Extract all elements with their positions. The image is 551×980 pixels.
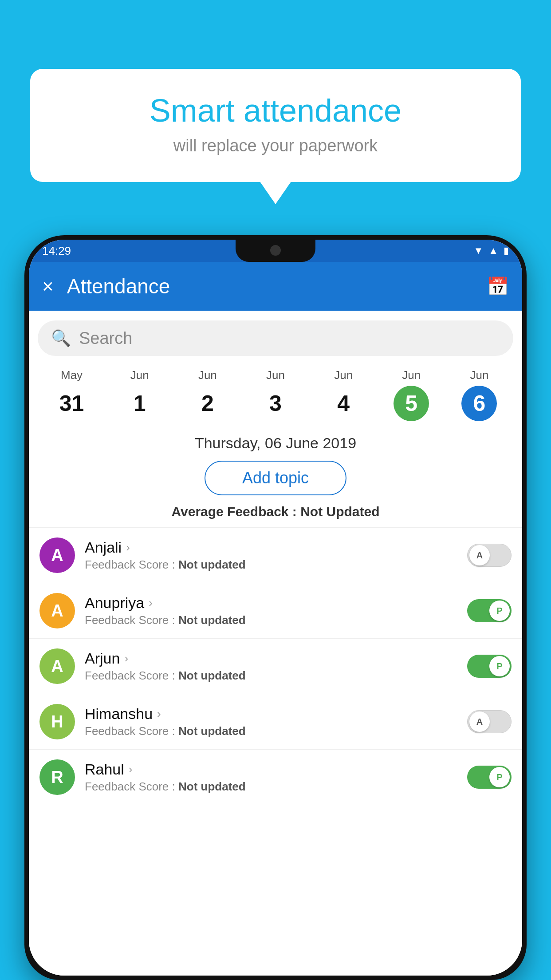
search-icon: 🔍 — [51, 329, 71, 348]
date-month: Jun — [106, 368, 173, 382]
add-topic-button[interactable]: Add topic — [205, 461, 346, 495]
status-icons: ▼ ▲ ▮ — [473, 245, 509, 257]
toggle-knob: A — [469, 545, 490, 565]
student-feedback: Feedback Score : Not updated — [85, 724, 467, 738]
chevron-icon: › — [157, 707, 161, 721]
status-time: 14:29 — [42, 244, 71, 258]
app-bar: × Attendance 📅 — [29, 262, 522, 311]
signal-icon: ▲ — [488, 245, 498, 257]
avatar: H — [39, 704, 75, 739]
date-month: Jun — [310, 368, 378, 382]
toggle-knob: P — [489, 656, 510, 676]
avatar: A — [39, 648, 75, 684]
bubble-subtitle: will replace your paperwork — [57, 136, 494, 155]
list-item[interactable]: AAnjali ›Feedback Score : Not updatedA — [29, 527, 522, 583]
student-info: Anjali ›Feedback Score : Not updated — [85, 539, 467, 572]
date-col[interactable]: Jun5 — [378, 368, 445, 421]
bubble-title: Smart attendance — [57, 93, 494, 128]
average-feedback: Average Feedback : Not Updated — [29, 504, 522, 519]
phone-mockup: 14:29 ▼ ▲ ▮ × Attendance 📅 🔍 Search — [24, 235, 527, 980]
dates-row: May31Jun1Jun2Jun3Jun4Jun5Jun6 — [29, 356, 522, 421]
date-number[interactable]: 6 — [461, 386, 497, 421]
date-col[interactable]: Jun2 — [173, 368, 241, 421]
student-info: Anupriya ›Feedback Score : Not updated — [85, 594, 467, 627]
attendance-toggle[interactable]: P — [467, 655, 512, 678]
student-feedback: Feedback Score : Not updated — [85, 780, 467, 794]
student-name: Himanshu › — [85, 705, 467, 723]
toggle-knob: A — [469, 711, 490, 732]
date-number[interactable]: 4 — [326, 386, 361, 421]
date-number[interactable]: 5 — [394, 386, 429, 421]
date-number[interactable]: 2 — [190, 386, 225, 421]
date-col[interactable]: Jun4 — [310, 368, 378, 421]
toggle-knob: P — [489, 767, 510, 787]
list-item[interactable]: AAnupriya ›Feedback Score : Not updatedP — [29, 583, 522, 638]
avatar: R — [39, 759, 75, 795]
app-bar-title: Attendance — [67, 274, 487, 298]
selected-date: Thursday, 06 June 2019 — [29, 435, 522, 452]
avatar: A — [39, 593, 75, 628]
date-number[interactable]: 1 — [122, 386, 157, 421]
chevron-icon: › — [124, 652, 128, 665]
student-name: Arjun › — [85, 650, 467, 667]
list-item[interactable]: HHimanshu ›Feedback Score : Not updatedA — [29, 694, 522, 749]
student-feedback: Feedback Score : Not updated — [85, 669, 467, 683]
date-col[interactable]: Jun3 — [241, 368, 309, 421]
chevron-icon: › — [149, 596, 153, 610]
date-month: Jun — [241, 368, 309, 382]
speech-bubble: Smart attendance will replace your paper… — [30, 69, 521, 182]
student-info: Rahul ›Feedback Score : Not updated — [85, 761, 467, 794]
chevron-icon: › — [126, 541, 130, 554]
date-number[interactable]: 3 — [258, 386, 293, 421]
date-col[interactable]: May31 — [38, 368, 106, 421]
date-number[interactable]: 31 — [54, 386, 90, 421]
date-month: Jun — [445, 368, 513, 382]
search-placeholder: Search — [79, 329, 132, 348]
attendance-toggle[interactable]: A — [467, 544, 512, 567]
list-item[interactable]: RRahul ›Feedback Score : Not updatedP — [29, 749, 522, 805]
student-info: Arjun ›Feedback Score : Not updated — [85, 650, 467, 683]
close-button[interactable]: × — [42, 277, 54, 296]
date-month: May — [38, 368, 106, 382]
student-name: Rahul › — [85, 761, 467, 778]
calendar-icon[interactable]: 📅 — [487, 276, 509, 297]
attendance-toggle[interactable]: P — [467, 766, 512, 789]
avg-feedback-label: Average Feedback : — [171, 504, 300, 519]
chevron-icon: › — [129, 763, 133, 776]
phone-notch — [236, 240, 315, 262]
student-feedback: Feedback Score : Not updated — [85, 613, 467, 627]
avatar: A — [39, 537, 75, 573]
avg-feedback-value: Not Updated — [300, 504, 379, 519]
date-month: Jun — [173, 368, 241, 382]
attendance-toggle[interactable]: P — [467, 599, 512, 622]
date-col[interactable]: Jun6 — [445, 368, 513, 421]
date-month: Jun — [378, 368, 445, 382]
search-bar[interactable]: 🔍 Search — [38, 320, 513, 356]
attendance-toggle[interactable]: A — [467, 710, 512, 733]
students-list: AAnjali ›Feedback Score : Not updatedAAA… — [29, 527, 522, 805]
content-area: 🔍 Search May31Jun1Jun2Jun3Jun4Jun5Jun6 T… — [29, 311, 522, 976]
student-name: Anupriya › — [85, 594, 467, 612]
date-col[interactable]: Jun1 — [106, 368, 173, 421]
phone-screen: 14:29 ▼ ▲ ▮ × Attendance 📅 🔍 Search — [29, 240, 522, 976]
wifi-icon: ▼ — [473, 245, 483, 257]
battery-icon: ▮ — [504, 245, 509, 257]
toggle-knob: P — [489, 601, 510, 621]
camera — [270, 245, 281, 256]
student-info: Himanshu ›Feedback Score : Not updated — [85, 705, 467, 738]
student-name: Anjali › — [85, 539, 467, 556]
list-item[interactable]: AArjun ›Feedback Score : Not updatedP — [29, 638, 522, 694]
student-feedback: Feedback Score : Not updated — [85, 558, 467, 572]
